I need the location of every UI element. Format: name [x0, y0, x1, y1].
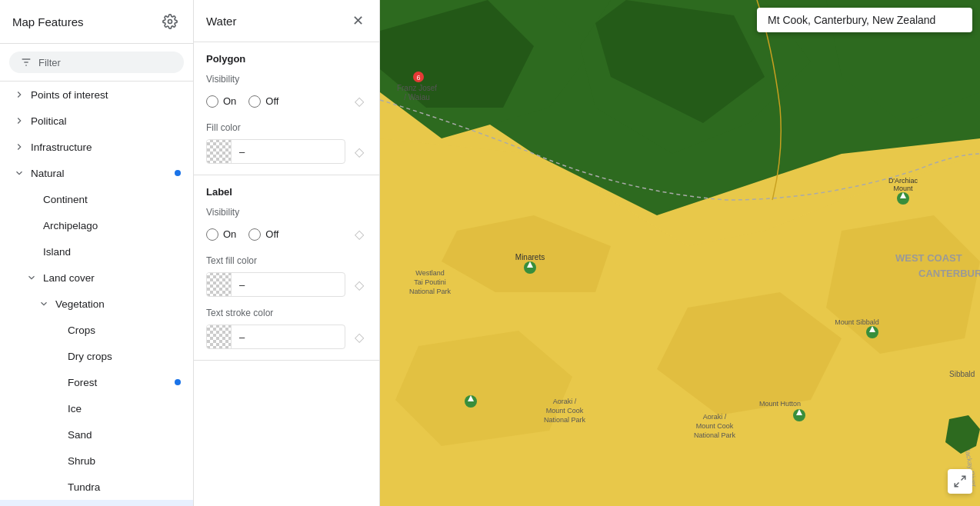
label-off-radio[interactable] — [248, 228, 261, 241]
label-visibility-radio-group: On Off — [206, 228, 352, 241]
label-visibility-row: On Off ◇ — [206, 224, 367, 245]
polygon-visibility-label: Visibility — [206, 74, 367, 85]
settings-button[interactable] — [159, 11, 181, 32]
sidebar-item-label-dry-crops: Dry crops — [68, 351, 112, 362]
water-panel: Water ✕ Polygon Visibility On Off ◇ Fill… — [194, 0, 380, 506]
filter-icon — [20, 56, 32, 68]
sidebar-item-label-political: Political — [31, 115, 67, 127]
fill-color-value: – — [232, 146, 252, 158]
sidebar-item-natural[interactable]: Natural — [0, 160, 193, 186]
polygon-section-title: Polygon — [206, 53, 367, 65]
chevron-icon-points-of-interest — [12, 88, 26, 102]
sidebar-item-label-infrastructure: Infrastructure — [31, 141, 92, 153]
filter-input-container[interactable]: Filter — [9, 52, 184, 73]
fullscreen-icon — [953, 474, 967, 488]
polygon-off-label: Off — [265, 95, 278, 107]
sidebar-item-label-tundra: Tundra — [68, 481, 100, 493]
text-fill-checker — [207, 272, 232, 297]
sidebar-item-label-land-cover: Land cover — [43, 272, 95, 284]
svg-text:Mount Cook: Mount Cook — [546, 407, 584, 414]
label-section-title: Label — [206, 186, 367, 198]
modified-dot-natural — [175, 170, 181, 176]
text-stroke-swatch[interactable]: – — [206, 325, 345, 349]
fill-checker-swatch — [207, 139, 232, 164]
text-stroke-color-row: – ◇ — [206, 325, 367, 349]
fill-color-diamond-button[interactable]: ◇ — [352, 141, 367, 162]
svg-point-0 — [168, 20, 172, 24]
sidebar-item-infrastructure[interactable]: Infrastructure — [0, 134, 193, 160]
polygon-on-radio-label[interactable]: On — [206, 95, 236, 108]
panel-header: Water ✕ — [194, 0, 379, 42]
text-fill-color-row: – ◇ — [206, 272, 367, 297]
close-panel-button[interactable]: ✕ — [349, 11, 367, 31]
text-fill-value: – — [232, 279, 252, 291]
svg-text:Tai Poutini: Tai Poutini — [414, 278, 446, 286]
svg-text:Aoraki /: Aoraki / — [703, 413, 727, 421]
sidebar-item-crops[interactable]: Crops — [0, 317, 193, 343]
svg-line-52 — [955, 483, 958, 487]
fullscreen-button[interactable] — [948, 469, 972, 494]
sidebar-item-label-ice: Ice — [68, 403, 82, 414]
nav-tree: Points of interestPoliticalInfrastructur… — [0, 82, 193, 506]
polygon-visibility-row: On Off ◇ — [206, 91, 367, 112]
sidebar-item-label-crops: Crops — [68, 325, 95, 336]
svg-line-51 — [962, 476, 965, 480]
sidebar-item-ice[interactable]: Ice — [0, 395, 193, 421]
sidebar-item-water[interactable]: Water — [0, 500, 193, 506]
text-fill-swatch[interactable]: – — [206, 272, 345, 297]
label-visibility-diamond-button[interactable]: ◇ — [352, 224, 367, 245]
sidebar-item-continent[interactable]: Continent — [0, 186, 193, 212]
sidebar-item-label-sand: Sand — [68, 429, 92, 441]
polygon-visibility-radio-group: On Off — [206, 95, 352, 108]
svg-text:Mount Hutton: Mount Hutton — [759, 400, 801, 408]
text-fill-diamond-button[interactable]: ◇ — [352, 275, 367, 295]
label-off-label: Off — [265, 228, 278, 240]
panel-title: Water — [206, 15, 236, 28]
text-stroke-diamond-button[interactable]: ◇ — [352, 327, 367, 348]
sidebar-item-island[interactable]: Island — [0, 238, 193, 265]
text-stroke-label: Text stroke color — [206, 308, 367, 318]
sidebar-item-vegetation[interactable]: Vegetation — [0, 291, 193, 317]
label-on-radio[interactable] — [206, 228, 218, 241]
svg-text:Westland: Westland — [415, 269, 444, 277]
sidebar-item-label-vegetation: Vegetation — [55, 298, 105, 310]
sidebar-item-political[interactable]: Political — [0, 108, 193, 134]
sidebar-item-dry-crops[interactable]: Dry crops — [0, 343, 193, 369]
sidebar-item-tundra[interactable]: Tundra — [0, 474, 193, 500]
sidebar-item-archipelago[interactable]: Archipelago — [0, 212, 193, 238]
svg-text:Mount Sibbald: Mount Sibbald — [835, 318, 879, 326]
label-off-radio-label[interactable]: Off — [248, 228, 278, 241]
map-canvas: WEST COAST CANTERBURY WEST COAST CANTERB… — [380, 0, 980, 506]
fill-color-row: – ◇ — [206, 139, 367, 164]
polygon-section: Polygon Visibility On Off ◇ Fill color – — [194, 42, 379, 175]
label-visibility-label: Visibility — [206, 207, 367, 218]
sidebar-item-sand[interactable]: Sand — [0, 421, 193, 448]
sidebar-item-label-island: Island — [43, 246, 71, 258]
svg-text:WEST COAST: WEST COAST — [895, 252, 962, 264]
sidebar-item-label-shrub: Shrub — [68, 455, 95, 467]
polygon-on-radio[interactable] — [206, 95, 218, 108]
sidebar-item-land-cover[interactable]: Land cover — [0, 265, 193, 291]
chevron-icon-vegetation — [37, 297, 51, 311]
sidebar: Map Features Filter Points of interestPo… — [0, 0, 194, 506]
polygon-visibility-diamond-button[interactable]: ◇ — [352, 91, 367, 112]
fill-color-swatch[interactable]: – — [206, 139, 345, 164]
sidebar-item-shrub[interactable]: Shrub — [0, 448, 193, 474]
chevron-icon-political — [12, 114, 26, 128]
text-stroke-checker — [207, 325, 232, 349]
svg-text:Minarets: Minarets — [515, 253, 545, 261]
sidebar-item-forest[interactable]: Forest — [0, 369, 193, 395]
text-fill-label: Text fill color — [206, 255, 367, 266]
sidebar-item-points-of-interest[interactable]: Points of interest — [0, 82, 193, 108]
chevron-icon-infrastructure — [12, 140, 26, 154]
modified-dot-forest — [175, 379, 181, 385]
svg-text:Franz Josef: Franz Josef — [397, 84, 437, 92]
sidebar-item-label-forest: Forest — [68, 377, 97, 388]
polygon-off-radio[interactable] — [248, 95, 261, 108]
polygon-off-radio-label[interactable]: Off — [248, 95, 278, 108]
map-area[interactable]: WEST COAST CANTERBURY WEST COAST CANTERB… — [380, 0, 980, 506]
label-on-radio-label[interactable]: On — [206, 228, 236, 241]
search-bar: Mt Cook, Canterbury, New Zealand — [757, 8, 972, 32]
svg-text:Mount Cook: Mount Cook — [696, 422, 734, 430]
svg-text:Sibbald: Sibbald — [949, 370, 975, 378]
